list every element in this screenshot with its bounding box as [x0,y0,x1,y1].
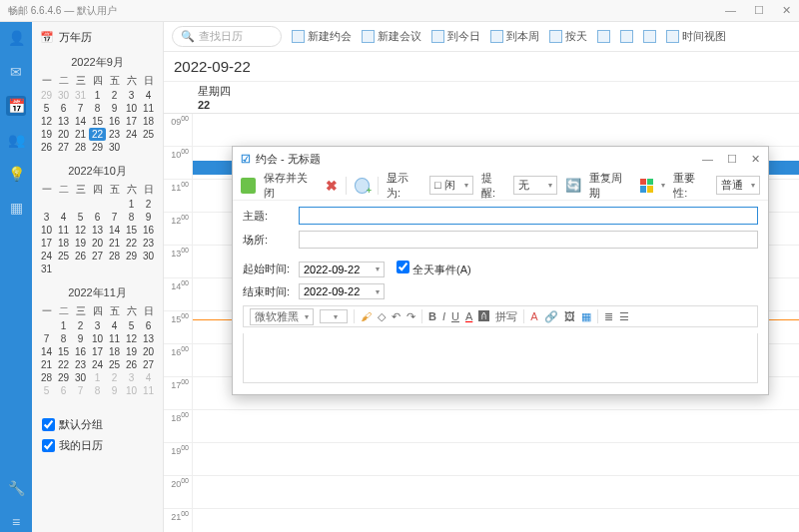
contacts-icon[interactable]: 👥 [6,130,26,150]
font-family-dropdown[interactable]: 微软雅黑▾ [250,308,314,325]
mail-icon[interactable]: ✉ [6,62,26,82]
location-label: 场所: [243,233,293,248]
save-icon [241,178,256,194]
window-maximize-button[interactable]: ☐ [754,4,764,17]
table-icon[interactable]: ▦ [581,310,591,323]
mini-calendar[interactable]: 2022年9月一二三四五六日29303112345678910111213141… [38,55,157,154]
calendar-small-icon: 📅 [40,31,54,44]
dialog-close-button[interactable]: ✕ [751,153,760,166]
settings-icon[interactable]: 🔧 [6,478,26,498]
text-color-icon[interactable]: A [530,310,537,322]
image-icon[interactable]: 🖼 [564,310,575,322]
invite-attendees-button[interactable] [355,178,371,194]
group-checkbox[interactable]: 默认分组 [42,417,157,432]
appointment-dialog: ☑ 约会 - 无标题 — ☐ ✕ 保存并关闭 ✖ 显示为: □ 闲▾ 提醒: 无… [232,146,769,395]
font-color-icon[interactable]: A [465,310,472,322]
link-icon[interactable]: 🔗 [544,310,558,323]
view-button-1[interactable] [597,30,610,43]
remind-label: 提醒: [481,171,505,201]
undo-icon[interactable]: ↶ [392,310,400,323]
recurrence-button[interactable]: 重复周期 [589,171,632,201]
view-button-2[interactable] [620,30,633,43]
bold-icon[interactable]: B [428,310,436,322]
start-date-picker[interactable]: 2022-09-22▾ [299,262,385,277]
new-meeting-button[interactable]: 新建会议 [362,29,421,44]
priority-dropdown[interactable]: 普通▾ [716,176,760,195]
avatar-icon[interactable]: 👤 [6,28,26,48]
sidebar-heading: 万年历 [59,30,92,45]
window-close-button[interactable]: ✕ [782,4,791,17]
subject-input[interactable] [299,207,758,225]
category-icon[interactable] [640,179,654,193]
date-header: 2022-09-22 [164,52,799,82]
mycalendar-checkbox[interactable]: 我的日历 [42,438,157,453]
view-button-3[interactable] [643,30,656,43]
day-number: 22 [198,99,793,111]
location-input[interactable] [299,231,758,249]
remind-dropdown[interactable]: 无▾ [513,176,557,195]
this-week-button[interactable]: 到本周 [490,29,539,44]
list-icon[interactable]: ☰ [619,310,629,323]
format-painter-icon[interactable]: 🖌 [361,310,372,322]
day-of-week: 星期四 [198,84,793,99]
window-minimize-button[interactable]: — [725,4,736,17]
nav-rail: 👤 ✉ 📅 👥 💡 ▦ 🔧 ≡ [0,22,32,532]
mini-calendar[interactable]: 2022年10月一二三四五六日 123456789101112131415161… [38,164,157,275]
italic-icon[interactable]: I [442,310,445,322]
app-title: 畅邮 6.6.4.6 — 默认用户 [8,4,117,18]
start-time-label: 起始时间: [243,262,293,276]
menu-icon[interactable]: ≡ [6,512,26,532]
dialog-app-icon: ☑ [241,153,251,166]
today-button[interactable]: 到今日 [431,29,480,44]
redo-icon[interactable]: ↷ [406,310,415,323]
editor-toolbar: 微软雅黑▾ ▾ 🖌 ◇ ↶ ↷ B I U A 🅰 拼写 A 🔗 🖼 ▦ ≣ ☰ [243,305,758,327]
search-input[interactable]: 🔍 查找日历 [172,26,282,47]
recurrence-icon: 🔄 [565,178,581,193]
by-day-button[interactable]: 按天 [549,29,587,44]
time-view-button[interactable]: 时间视图 [666,29,726,44]
dialog-minimize-button[interactable]: — [702,153,713,166]
end-time-label: 结束时间: [243,284,293,299]
dialog-title: 约会 - 无标题 [256,152,321,167]
save-close-button[interactable]: 保存并关闭 [264,171,317,201]
new-appointment-button[interactable]: 新建约会 [292,29,352,44]
more-icon[interactable]: ▦ [6,198,26,218]
end-date-picker[interactable]: 2022-09-22▾ [299,283,385,299]
highlight-icon[interactable]: 🅰 [478,310,489,322]
show-as-dropdown[interactable]: □ 闲▾ [429,176,473,195]
delete-button[interactable]: ✖ [326,178,338,194]
app-titlebar: 畅邮 6.6.4.6 — 默认用户 — ☐ ✕ [0,0,799,22]
main-toolbar: 🔍 查找日历 新建约会 新建会议 到今日 到本周 按天 时间视图 [164,22,799,52]
priority-label: 重要性: [673,171,708,201]
allday-checkbox[interactable]: 全天事件(A) [397,261,471,277]
show-as-label: 显示为: [387,171,421,201]
calendar-sidebar: 📅 万年历 2022年9月一二三四五六日29303112345678910111… [32,22,164,532]
calendar-icon[interactable]: 📅 [6,96,26,116]
subject-label: 主题: [243,209,293,224]
underline-icon[interactable]: U [451,310,459,322]
clear-format-icon[interactable]: ◇ [378,310,386,323]
lightbulb-icon[interactable]: 💡 [6,164,26,184]
font-size-dropdown[interactable]: ▾ [320,309,348,323]
spellcheck-button[interactable]: 拼写 [495,309,517,324]
align-icon[interactable]: ≣ [604,310,613,323]
editor-body[interactable] [243,333,758,383]
mini-calendar[interactable]: 2022年11月一二三四五六日 123456789101112131415161… [38,285,157,397]
search-icon: 🔍 [181,30,195,43]
dialog-maximize-button[interactable]: ☐ [727,153,737,166]
